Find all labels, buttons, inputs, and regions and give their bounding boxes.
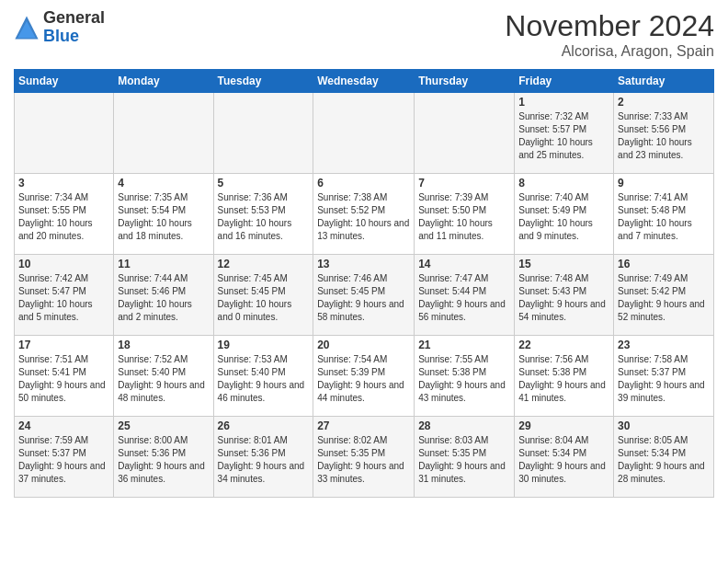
day-info: Sunrise: 7:32 AM Sunset: 5:57 PM Dayligh… <box>518 110 609 162</box>
weekday-header-saturday: Saturday <box>614 70 714 93</box>
day-number: 3 <box>18 177 109 190</box>
day-info: Sunrise: 7:51 AM Sunset: 5:41 PM Dayligh… <box>18 353 109 405</box>
day-info: Sunrise: 8:03 AM Sunset: 5:35 PM Dayligh… <box>418 434 510 486</box>
weekday-header-tuesday: Tuesday <box>213 70 313 93</box>
calendar-cell: 25Sunrise: 8:00 AM Sunset: 5:36 PM Dayli… <box>114 417 213 498</box>
day-number: 24 <box>18 419 109 432</box>
calendar-cell: 21Sunrise: 7:55 AM Sunset: 5:38 PM Dayli… <box>415 336 515 417</box>
calendar-cell: 19Sunrise: 7:53 AM Sunset: 5:40 PM Dayli… <box>213 336 313 417</box>
day-info: Sunrise: 7:45 AM Sunset: 5:45 PM Dayligh… <box>218 272 310 324</box>
calendar-cell <box>415 93 515 174</box>
calendar-cell: 9Sunrise: 7:41 AM Sunset: 5:48 PM Daylig… <box>614 174 714 255</box>
calendar-cell: 7Sunrise: 7:39 AM Sunset: 5:50 PM Daylig… <box>415 174 515 255</box>
weekday-header-monday: Monday <box>114 70 213 93</box>
calendar-cell: 22Sunrise: 7:56 AM Sunset: 5:38 PM Dayli… <box>515 336 614 417</box>
logo: General Blue <box>14 9 105 46</box>
calendar-cell: 8Sunrise: 7:40 AM Sunset: 5:49 PM Daylig… <box>515 174 614 255</box>
page-container: General Blue November 2024 Alcorisa, Ara… <box>0 0 728 507</box>
day-number: 8 <box>518 177 609 190</box>
calendar-cell: 14Sunrise: 7:47 AM Sunset: 5:44 PM Dayli… <box>415 255 515 336</box>
weekday-header-thursday: Thursday <box>415 70 515 93</box>
calendar-cell: 1Sunrise: 7:32 AM Sunset: 5:57 PM Daylig… <box>515 93 614 174</box>
day-number: 16 <box>618 258 710 270</box>
day-info: Sunrise: 7:53 AM Sunset: 5:40 PM Dayligh… <box>218 353 310 405</box>
day-number: 19 <box>218 339 310 351</box>
calendar-cell: 12Sunrise: 7:45 AM Sunset: 5:45 PM Dayli… <box>213 255 313 336</box>
day-info: Sunrise: 8:01 AM Sunset: 5:36 PM Dayligh… <box>218 434 310 486</box>
calendar-cell: 30Sunrise: 8:05 AM Sunset: 5:34 PM Dayli… <box>614 417 714 498</box>
day-number: 6 <box>317 177 410 190</box>
day-info: Sunrise: 7:38 AM Sunset: 5:52 PM Dayligh… <box>317 191 410 243</box>
day-number: 20 <box>317 339 410 351</box>
day-info: Sunrise: 7:33 AM Sunset: 5:56 PM Dayligh… <box>618 110 710 162</box>
calendar-cell <box>114 93 213 174</box>
day-number: 7 <box>418 177 510 190</box>
calendar-cell: 13Sunrise: 7:46 AM Sunset: 5:45 PM Dayli… <box>313 255 415 336</box>
day-info: Sunrise: 7:46 AM Sunset: 5:45 PM Dayligh… <box>317 272 410 324</box>
day-info: Sunrise: 7:49 AM Sunset: 5:42 PM Dayligh… <box>618 272 710 324</box>
logo-general: General <box>43 8 105 27</box>
calendar-cell: 23Sunrise: 7:58 AM Sunset: 5:37 PM Dayli… <box>614 336 714 417</box>
calendar-cell: 28Sunrise: 8:03 AM Sunset: 5:35 PM Dayli… <box>415 417 515 498</box>
day-number: 29 <box>518 419 609 432</box>
day-info: Sunrise: 8:04 AM Sunset: 5:34 PM Dayligh… <box>518 434 609 486</box>
calendar-cell: 4Sunrise: 7:35 AM Sunset: 5:54 PM Daylig… <box>114 174 213 255</box>
weekday-header-sunday: Sunday <box>15 70 114 93</box>
day-info: Sunrise: 8:02 AM Sunset: 5:35 PM Dayligh… <box>317 434 410 486</box>
title-block: November 2024 Alcorisa, Aragon, Spain <box>505 9 714 60</box>
day-info: Sunrise: 7:48 AM Sunset: 5:43 PM Dayligh… <box>518 272 609 324</box>
day-number: 18 <box>118 339 209 351</box>
calendar-cell <box>15 93 114 174</box>
day-number: 10 <box>18 258 109 270</box>
calendar-week-row: 3Sunrise: 7:34 AM Sunset: 5:55 PM Daylig… <box>15 174 714 255</box>
day-info: Sunrise: 7:56 AM Sunset: 5:38 PM Dayligh… <box>518 353 609 405</box>
day-number: 21 <box>418 339 510 351</box>
month-title: November 2024 <box>505 9 714 43</box>
calendar-week-row: 17Sunrise: 7:51 AM Sunset: 5:41 PM Dayli… <box>15 336 714 417</box>
calendar-cell <box>313 93 415 174</box>
calendar-cell: 5Sunrise: 7:36 AM Sunset: 5:53 PM Daylig… <box>213 174 313 255</box>
day-number: 27 <box>317 419 410 432</box>
day-info: Sunrise: 7:58 AM Sunset: 5:37 PM Dayligh… <box>618 353 710 405</box>
day-number: 30 <box>618 419 710 432</box>
day-number: 1 <box>518 96 609 109</box>
calendar-cell: 24Sunrise: 7:59 AM Sunset: 5:37 PM Dayli… <box>15 417 114 498</box>
calendar-cell: 11Sunrise: 7:44 AM Sunset: 5:46 PM Dayli… <box>114 255 213 336</box>
day-info: Sunrise: 7:47 AM Sunset: 5:44 PM Dayligh… <box>418 272 510 324</box>
day-number: 2 <box>618 96 710 109</box>
day-info: Sunrise: 7:35 AM Sunset: 5:54 PM Dayligh… <box>118 191 209 243</box>
calendar-week-row: 24Sunrise: 7:59 AM Sunset: 5:37 PM Dayli… <box>15 417 714 498</box>
calendar-cell: 17Sunrise: 7:51 AM Sunset: 5:41 PM Dayli… <box>15 336 114 417</box>
day-number: 4 <box>118 177 209 190</box>
calendar-cell: 10Sunrise: 7:42 AM Sunset: 5:47 PM Dayli… <box>15 255 114 336</box>
calendar-cell: 16Sunrise: 7:49 AM Sunset: 5:42 PM Dayli… <box>614 255 714 336</box>
weekday-header-row: SundayMondayTuesdayWednesdayThursdayFrid… <box>15 70 714 93</box>
day-info: Sunrise: 7:54 AM Sunset: 5:39 PM Dayligh… <box>317 353 410 405</box>
day-number: 9 <box>618 177 710 190</box>
header: General Blue November 2024 Alcorisa, Ara… <box>14 9 714 60</box>
day-info: Sunrise: 7:59 AM Sunset: 5:37 PM Dayligh… <box>18 434 109 486</box>
calendar-cell: 18Sunrise: 7:52 AM Sunset: 5:40 PM Dayli… <box>114 336 213 417</box>
calendar-cell: 26Sunrise: 8:01 AM Sunset: 5:36 PM Dayli… <box>213 417 313 498</box>
day-info: Sunrise: 7:40 AM Sunset: 5:49 PM Dayligh… <box>518 191 609 243</box>
day-number: 25 <box>118 419 209 432</box>
day-number: 13 <box>317 258 410 270</box>
weekday-header-wednesday: Wednesday <box>313 70 415 93</box>
day-info: Sunrise: 7:39 AM Sunset: 5:50 PM Dayligh… <box>418 191 510 243</box>
day-number: 17 <box>18 339 109 351</box>
day-info: Sunrise: 7:36 AM Sunset: 5:53 PM Dayligh… <box>218 191 310 243</box>
calendar-cell: 3Sunrise: 7:34 AM Sunset: 5:55 PM Daylig… <box>15 174 114 255</box>
day-number: 14 <box>418 258 510 270</box>
day-number: 22 <box>518 339 609 351</box>
day-info: Sunrise: 7:44 AM Sunset: 5:46 PM Dayligh… <box>118 272 209 324</box>
calendar-cell: 29Sunrise: 8:04 AM Sunset: 5:34 PM Dayli… <box>515 417 614 498</box>
day-number: 28 <box>418 419 510 432</box>
day-number: 15 <box>518 258 609 270</box>
day-info: Sunrise: 7:41 AM Sunset: 5:48 PM Dayligh… <box>618 191 710 243</box>
day-number: 11 <box>118 258 209 270</box>
logo-icon <box>14 15 40 40</box>
weekday-header-friday: Friday <box>515 70 614 93</box>
calendar-cell: 20Sunrise: 7:54 AM Sunset: 5:39 PM Dayli… <box>313 336 415 417</box>
calendar-cell: 15Sunrise: 7:48 AM Sunset: 5:43 PM Dayli… <box>515 255 614 336</box>
day-number: 23 <box>618 339 710 351</box>
